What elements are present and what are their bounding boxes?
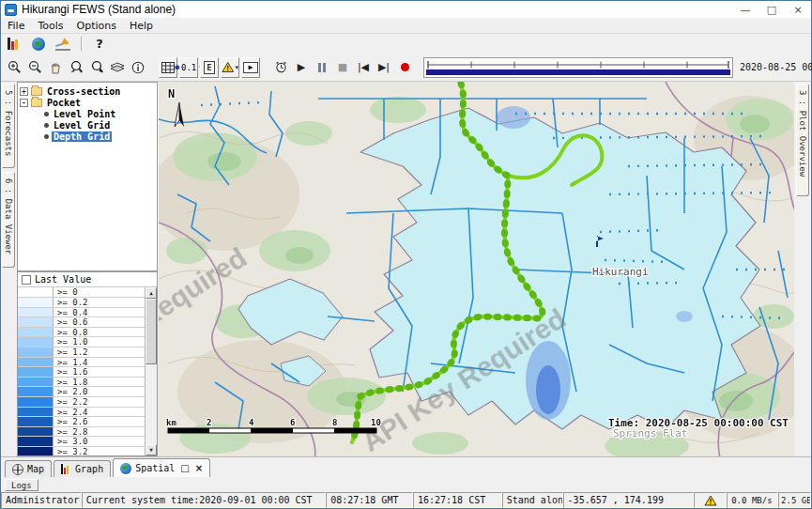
tab-data-viewer[interactable]: 6 : Data Viewer (2, 172, 15, 268)
scroll-up-icon[interactable]: ▲ (146, 287, 157, 299)
tree-item-label: Cross-section (45, 86, 122, 97)
menu-help[interactable]: Help (123, 19, 160, 33)
last-value-row[interactable]: Last Value (18, 272, 157, 287)
play-button[interactable]: ▶ (292, 57, 311, 78)
status-coordinates: -35.657 , 174.199 (563, 492, 695, 508)
zoom-in-button[interactable] (5, 57, 23, 78)
legend-row[interactable]: >= 2.2 (18, 397, 145, 408)
animation-display-button[interactable]: ▶ (241, 57, 260, 78)
zoom-out-button[interactable] (25, 57, 44, 78)
app-logo-icon (5, 4, 17, 16)
tree-item-level-point[interactable]: Level Point (20, 108, 155, 119)
zoom-in-icon (8, 60, 22, 74)
legend-row[interactable]: >= 2.0 (18, 387, 145, 397)
tab-close-icon[interactable]: × (195, 463, 203, 473)
tab-map[interactable]: Map (5, 460, 52, 477)
zoom-previous-button[interactable] (67, 57, 85, 78)
stop-button[interactable]: ■ (333, 57, 352, 78)
step-forward-button[interactable]: ▶| (375, 57, 393, 78)
legend-row[interactable]: >= 1.4 (18, 358, 145, 368)
menu-bar: File Tools Options Help (1, 18, 811, 34)
legend-threshold-value: >= 0.4 (54, 308, 88, 317)
warning-icon (222, 61, 234, 73)
legend-row[interactable]: >= 2.6 (18, 417, 145, 427)
map-view[interactable]: API Key Required API Key Required Hikura… (159, 82, 794, 456)
tab-forecasts[interactable]: 5 : Forecasts (2, 84, 15, 168)
tab-plot-overview[interactable]: 3 : Plot Overview (796, 84, 809, 196)
legend-row[interactable]: >= 1.6 (18, 367, 145, 378)
tab-maximize-icon[interactable]: □ (180, 463, 189, 473)
close-button[interactable]: × (785, 1, 811, 18)
scrollbar-thumb[interactable] (146, 299, 157, 364)
info-button[interactable] (129, 57, 147, 78)
maximize-button[interactable]: □ (758, 1, 785, 18)
collapse-icon[interactable]: - (20, 99, 28, 107)
info-icon (131, 61, 145, 74)
help-button[interactable]: ? (90, 34, 109, 54)
legend-row[interactable]: >= 0 (18, 287, 145, 298)
pan-button[interactable] (46, 57, 65, 78)
menu-options[interactable]: Options (70, 19, 123, 33)
menu-file[interactable]: File (1, 19, 31, 33)
tab-graph-label: Graph (75, 464, 103, 474)
legend-color-swatch (18, 347, 54, 357)
label-icon: E (204, 61, 215, 74)
timeseries-dialog-button[interactable] (5, 34, 23, 54)
tree-item-cross-section[interactable]: + Cross-section (20, 85, 155, 97)
interval-value: 0.1 (181, 63, 196, 72)
pause-button[interactable] (313, 57, 331, 78)
legend-row[interactable]: >= 1.0 (18, 337, 145, 347)
legend-color-swatch (18, 387, 54, 396)
play-icon: ▶ (298, 61, 305, 73)
legend-row[interactable]: >= 0.4 (18, 308, 145, 318)
step-back-button[interactable]: |◀ (354, 57, 373, 78)
legend-row[interactable]: >= 0.8 (18, 328, 145, 338)
legend-row[interactable]: >= 0.2 (18, 298, 145, 308)
zoom-next-button[interactable] (87, 57, 106, 78)
menu-tools[interactable]: Tools (31, 19, 69, 33)
record-button[interactable] (395, 57, 414, 78)
tree-item-level-grid[interactable]: Level Grid (20, 119, 155, 131)
tab-graph[interactable]: Graph (54, 460, 111, 477)
layers-button[interactable] (108, 57, 127, 78)
time-slider[interactable] (423, 57, 733, 78)
legend-color-swatch (18, 287, 54, 297)
tree-item-depth-grid[interactable]: Depth Grid (20, 131, 155, 142)
zoom-next-icon (90, 60, 104, 74)
tree-item-pocket[interactable]: - Pocket (20, 97, 155, 108)
legend-row[interactable]: >= 3.0 (18, 437, 145, 447)
interval-dropdown[interactable]: ● 0.1 ▾ (179, 57, 198, 78)
scrollbar-track[interactable] (146, 299, 157, 444)
step-back-icon: |◀ (358, 61, 369, 73)
svg-text:8: 8 (332, 418, 337, 427)
last-value-checkbox[interactable] (22, 275, 31, 285)
label-toggle-button[interactable]: E (200, 57, 219, 78)
legend-row[interactable]: >= 3.2 (18, 447, 145, 455)
folder-icon (31, 99, 42, 107)
legend-row[interactable]: >= 1.8 (18, 378, 145, 388)
legend-row[interactable]: >= 1.2 (18, 347, 145, 358)
legend-row[interactable]: >= 2.8 (18, 427, 145, 438)
expand-icon[interactable]: + (20, 87, 28, 96)
tab-spatial[interactable]: Spatial □ × (113, 458, 210, 477)
minimize-button[interactable]: — (732, 1, 758, 18)
map-display-button[interactable] (29, 34, 48, 54)
main-toolbar: ? (1, 34, 811, 54)
svg-text:km: km (166, 418, 176, 427)
status-warning[interactable] (694, 492, 727, 508)
time-span-bar[interactable] (426, 69, 730, 75)
scroll-down-icon[interactable]: ▼ (146, 444, 157, 455)
globe-icon (32, 38, 45, 51)
logs-button[interactable]: Logs (5, 479, 38, 491)
legend-row[interactable]: >= 2.4 (18, 408, 145, 418)
time-settings-button[interactable] (271, 57, 290, 78)
status-memory[interactable]: 2.5 GB (778, 492, 811, 508)
spatial-display-button[interactable] (54, 34, 72, 54)
title-bar[interactable]: Hikurangi FEWS (Stand alone) — □ × (1, 1, 811, 18)
right-tab-strip: 3 : Plot Overview (794, 82, 811, 456)
warning-dropdown[interactable]: ▾ (221, 57, 239, 78)
legend-scrollbar[interactable]: ▲ ▼ (145, 287, 157, 455)
legend-row[interactable]: >= 0.6 (18, 317, 145, 328)
tree-item-label: Depth Grid (52, 131, 112, 142)
map-canvas[interactable]: API Key Required API Key Required Hikura… (159, 82, 794, 456)
